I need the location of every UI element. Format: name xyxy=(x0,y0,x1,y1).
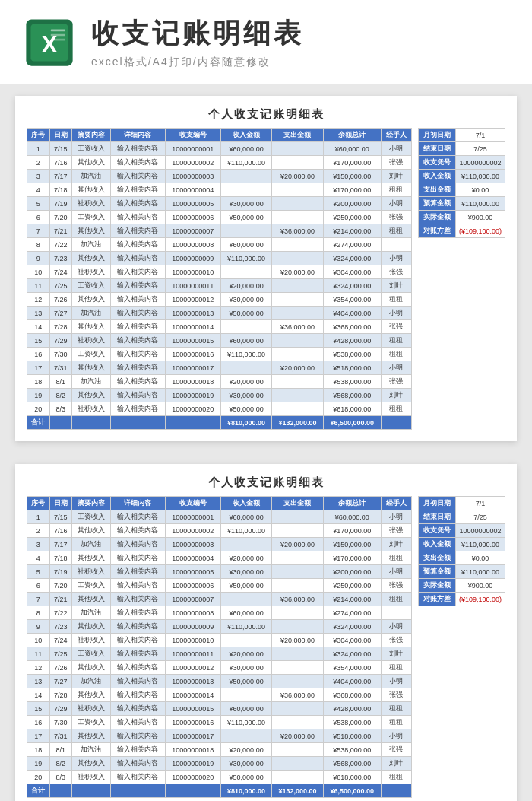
cell-5-7: ¥250,000.00 xyxy=(323,579,381,593)
cell-0-3: 输入相关内容 xyxy=(110,142,165,156)
cell-4-4: 10000000005 xyxy=(165,197,220,211)
cell-10-8: 刘叶 xyxy=(381,647,411,661)
cell-3-0: 4 xyxy=(27,183,50,197)
cell-12-0: 13 xyxy=(27,307,50,320)
footer-cell-1 xyxy=(49,784,72,798)
cell-16-5 xyxy=(220,729,271,743)
cell-14-6 xyxy=(272,334,323,348)
cell-15-4: 10000000016 xyxy=(165,716,220,729)
cell-12-1: 7/27 xyxy=(49,307,72,320)
cell-4-4: 10000000005 xyxy=(165,565,220,579)
col-header-0-0: 序号 xyxy=(27,129,50,142)
cell-15-8: 租租 xyxy=(381,716,411,729)
cell-11-4: 10000000012 xyxy=(165,293,220,307)
sub-title: excel格式/A4打印/内容随意修改 xyxy=(91,56,304,69)
cell-6-1: 7/21 xyxy=(49,224,72,238)
cell-7-0: 8 xyxy=(27,606,50,620)
cell-8-1: 7/23 xyxy=(49,252,72,265)
side-value-0-1: 7/25 xyxy=(455,142,505,156)
cell-8-3: 输入相关内容 xyxy=(110,620,165,634)
cell-19-4: 10000000020 xyxy=(165,771,220,784)
cell-3-6 xyxy=(272,551,323,565)
cell-3-4: 10000000004 xyxy=(165,551,220,565)
cell-4-6 xyxy=(272,197,323,211)
cell-2-4: 10000000003 xyxy=(165,538,220,551)
cell-5-3: 输入相关内容 xyxy=(110,579,165,593)
cell-2-3: 输入相关内容 xyxy=(110,538,165,551)
cell-6-8: 租租 xyxy=(381,593,411,606)
cell-2-4: 10000000003 xyxy=(165,170,220,183)
cell-19-4: 10000000020 xyxy=(165,402,220,416)
main-table-0: 序号日期摘要内容详细内容收支编号收入金额支出金额余额总计经手人17/15工资收入… xyxy=(27,128,412,430)
footer-cell-8 xyxy=(381,784,411,798)
cell-6-7: ¥214,000.00 xyxy=(323,593,381,606)
cell-17-1: 8/1 xyxy=(49,375,72,389)
cell-3-7: ¥170,000.00 xyxy=(323,183,381,197)
col-header-0-2: 摘要内容 xyxy=(72,129,111,142)
sheet-title-1: 个人收支记账明细表 xyxy=(27,475,505,490)
table-row: 137/27加汽油输入相关内容10000000013¥50,000.00¥404… xyxy=(27,675,412,688)
cell-4-8: 小明 xyxy=(381,565,411,579)
cell-5-8: 张强 xyxy=(381,579,411,593)
cell-1-3: 输入相关内容 xyxy=(110,156,165,170)
cell-0-6 xyxy=(272,510,323,524)
cell-8-4: 10000000009 xyxy=(165,252,220,265)
table-row: 87/22加汽油输入相关内容10000000008¥60,000.00¥274,… xyxy=(27,606,412,620)
col-header-1-2: 摘要内容 xyxy=(72,497,111,510)
col-header-0-6: 支出金额 xyxy=(272,129,323,142)
cell-0-2: 工资收入 xyxy=(72,510,111,524)
main-title: 收支记账明细表 xyxy=(91,15,304,52)
cell-17-8: 张强 xyxy=(381,743,411,757)
cell-10-2: 工资收入 xyxy=(72,647,111,661)
cell-12-5: ¥50,000.00 xyxy=(220,675,271,688)
side-label-1-4: 支出金额 xyxy=(419,551,456,565)
footer-cell-4 xyxy=(165,784,220,798)
main-table-1: 序号日期摘要内容详细内容收支编号收入金额支出金额余额总计经手人17/15工资收入… xyxy=(27,496,412,798)
cell-19-7: ¥618,000.00 xyxy=(323,771,381,784)
cell-11-0: 12 xyxy=(27,293,50,307)
col-header-0-8: 经手人 xyxy=(381,129,411,142)
cell-0-4: 10000000001 xyxy=(165,142,220,156)
cell-11-1: 7/26 xyxy=(49,661,72,675)
footer-cell-5: ¥810,000.00 xyxy=(220,416,271,430)
cell-19-7: ¥618,000.00 xyxy=(323,402,381,416)
footer-cell-7: ¥6,500,000.00 xyxy=(323,784,381,798)
cell-16-3: 输入相关内容 xyxy=(110,361,165,375)
col-header-0-7: 余额总计 xyxy=(323,129,381,142)
cell-12-7: ¥404,000.00 xyxy=(323,675,381,688)
cell-2-5 xyxy=(220,538,271,551)
cell-8-2: 其他收入 xyxy=(72,620,111,634)
footer-cell-6: ¥132,000.00 xyxy=(272,416,323,430)
cell-12-2: 加汽油 xyxy=(72,307,111,320)
cell-8-3: 输入相关内容 xyxy=(110,252,165,265)
cell-8-8: 小明 xyxy=(381,252,411,265)
cell-15-6 xyxy=(272,348,323,361)
side-table-0: 月初日期7/1结束日期7/25收支凭号10000000002收入金额¥110,0… xyxy=(418,128,505,238)
cell-16-6: ¥20,000.00 xyxy=(272,361,323,375)
cell-4-3: 输入相关内容 xyxy=(110,565,165,579)
cell-18-4: 10000000019 xyxy=(165,757,220,771)
cell-15-5: ¥110,000.00 xyxy=(220,348,271,361)
cell-11-5: ¥30,000.00 xyxy=(220,661,271,675)
cell-15-7: ¥538,000.00 xyxy=(323,716,381,729)
cell-0-7: ¥60,000.00 xyxy=(323,142,381,156)
side-label-0-7: 对账方差 xyxy=(419,224,456,238)
cell-0-7: ¥60,000.00 xyxy=(323,510,381,524)
cell-8-5: ¥110,000.00 xyxy=(220,620,271,634)
sheet-1: 个人收支记账明细表序号日期摘要内容详细内容收支编号收入金额支出金额余额总计经手人… xyxy=(15,464,517,801)
cell-9-5 xyxy=(220,634,271,647)
col-header-1-8: 经手人 xyxy=(381,497,411,510)
cell-15-0: 16 xyxy=(27,716,50,729)
cell-9-0: 10 xyxy=(27,265,50,279)
cell-16-3: 输入相关内容 xyxy=(110,729,165,743)
cell-18-1: 8/2 xyxy=(49,389,72,402)
cell-9-4: 10000000010 xyxy=(165,265,220,279)
table-row: 157/29社积收入输入相关内容10000000015¥60,000.00¥42… xyxy=(27,702,412,716)
cell-16-2: 其他收入 xyxy=(72,729,111,743)
cell-10-8: 刘叶 xyxy=(381,279,411,293)
table-row: 167/30工资收入输入相关内容10000000016¥110,000.00¥5… xyxy=(27,348,412,361)
cell-17-5: ¥20,000.00 xyxy=(220,375,271,389)
cell-16-1: 7/31 xyxy=(49,729,72,743)
cell-10-7: ¥324,000.00 xyxy=(323,279,381,293)
col-header-1-4: 收支编号 xyxy=(165,497,220,510)
